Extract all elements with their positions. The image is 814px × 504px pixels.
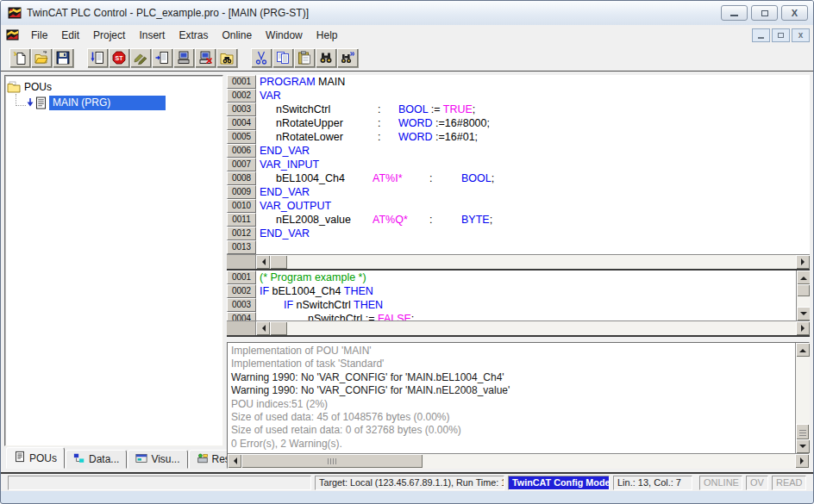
restore-icon <box>761 10 768 16</box>
tab-label: Data... <box>89 453 119 465</box>
pou-tree[interactable]: POUs MAIN (PRG) <box>4 75 223 446</box>
menu-edit[interactable]: Edit <box>54 27 86 44</box>
scroll-left-button[interactable] <box>228 454 241 468</box>
mdi-document-icon[interactable] <box>6 28 19 41</box>
implementation-editor: 0001000200030004 (* Program example *)IF… <box>227 271 810 337</box>
search-in-project-icon <box>220 51 234 65</box>
arrow-right-icon <box>801 258 808 265</box>
line-number-gutter: 0001000200030004 <box>227 271 256 320</box>
message-line[interactable]: 0 Error(s), 2 Warning(s). <box>231 438 792 451</box>
toolbar-group <box>251 48 358 67</box>
save-button[interactable] <box>53 48 73 67</box>
message-line[interactable]: Implementation of POU 'MAIN' <box>231 345 792 358</box>
compile-button[interactable] <box>87 48 108 67</box>
scrollbar-track[interactable] <box>287 321 796 335</box>
scrollbar-thumb[interactable] <box>797 284 810 296</box>
message-line[interactable]: Warning 1990: No 'VAR_CONFIG' for 'MAIN.… <box>231 384 792 397</box>
arrow-down-icon <box>800 312 807 319</box>
new-file-button[interactable] <box>9 48 30 67</box>
mdi-restore-icon <box>778 33 784 38</box>
scroll-down-button[interactable] <box>796 439 810 453</box>
tree-root-pous[interactable]: POUs <box>7 79 221 95</box>
tree-item-main-prg[interactable]: MAIN (PRG) <box>16 95 221 110</box>
implementation-code-area[interactable]: (* Program example *)IF bEL1004_Ch4 THEN… <box>256 271 796 320</box>
scroll-left-button[interactable] <box>256 321 270 335</box>
login-button[interactable] <box>173 48 194 67</box>
scrollbar-track[interactable] <box>423 454 795 468</box>
status-overwrite-indicator: OV <box>746 476 768 490</box>
mdi-minimize-button[interactable] <box>752 28 770 42</box>
status-online-indicator: ONLINE <box>699 476 742 490</box>
debug-pens-button[interactable] <box>130 48 151 67</box>
cut-button[interactable] <box>251 48 272 67</box>
close-button[interactable]: X <box>781 5 808 21</box>
scrollbar-track[interactable] <box>796 357 809 424</box>
scroll-up-button[interactable] <box>796 343 810 357</box>
open-project-button[interactable] <box>31 48 52 67</box>
menu-window[interactable]: Window <box>259 27 310 44</box>
menu-file[interactable]: File <box>24 27 54 44</box>
menu-project[interactable]: Project <box>86 27 132 44</box>
scrollbar-thumb[interactable] <box>796 424 809 439</box>
logout-button[interactable] <box>195 48 216 67</box>
restore-button[interactable] <box>751 5 778 21</box>
scrollbar-track[interactable] <box>287 255 796 269</box>
scroll-left-button[interactable] <box>256 255 270 269</box>
scroll-right-button[interactable] <box>796 321 810 335</box>
message-line[interactable]: POU indices:51 (2%) <box>231 398 792 411</box>
copy-button[interactable] <box>272 48 293 67</box>
client-area: POUs MAIN (PRG) POUsData...Visu...Res...… <box>1 71 813 472</box>
find-next-button[interactable] <box>337 48 358 67</box>
code-line: nEL2008_valueAT%Q*:BYTE; <box>260 213 810 227</box>
stop-st-button[interactable]: ST <box>109 48 129 67</box>
mdi-close-button[interactable]: x <box>792 28 810 42</box>
scrollbar-thumb[interactable] <box>270 255 287 269</box>
arrow-right-icon <box>801 325 808 332</box>
search-in-project-button[interactable] <box>216 48 237 67</box>
line-number: 0002 <box>227 284 256 298</box>
horizontal-scrollbar <box>227 254 810 269</box>
paste-icon <box>297 51 311 65</box>
tab-visu[interactable]: Visu... <box>128 450 187 469</box>
message-line[interactable]: Size of used data: 45 of 1048576 bytes (… <box>231 411 792 424</box>
tab-pous[interactable]: POUs <box>6 447 65 469</box>
line-number: 0009 <box>227 185 256 199</box>
scrollbar-corner <box>227 321 256 335</box>
code-line: VAR_INPUT <box>260 158 810 171</box>
goto-page-button[interactable] <box>152 48 172 67</box>
code-line: PROGRAM MAIN <box>260 75 810 89</box>
window-frame-bottom <box>1 491 813 501</box>
arrow-down-icon <box>799 445 806 451</box>
toolbar: ST <box>1 45 813 71</box>
mdi-close-icon: x <box>798 30 804 40</box>
declaration-code-area[interactable]: PROGRAM MAINVARnSwitchCtrl:BOOL := TRUE;… <box>256 75 810 254</box>
scrollbar-corner <box>227 255 256 269</box>
paste-button[interactable] <box>294 48 315 67</box>
tab-data[interactable]: Data... <box>66 450 127 469</box>
menu-online[interactable]: Online <box>215 27 259 44</box>
find-icon <box>319 51 333 65</box>
message-line[interactable]: Implementation of task 'Standard' <box>231 358 792 370</box>
scrollbar-thumb[interactable] <box>241 454 423 468</box>
scroll-down-button[interactable] <box>797 307 810 320</box>
line-number-gutter: 0001000200030004000500060007000800090010… <box>227 75 256 254</box>
find-button[interactable] <box>316 48 336 67</box>
scroll-right-button[interactable] <box>795 454 809 468</box>
app-window: TwinCAT PLC Control - PLC_example.pro - … <box>0 0 814 504</box>
menu-insert[interactable]: Insert <box>132 27 172 44</box>
message-line[interactable]: Warning 1990: No 'VAR_CONFIG' for 'MAIN.… <box>231 371 792 384</box>
arrow-up-icon <box>800 273 807 280</box>
copy-icon <box>276 51 290 65</box>
project-panel: POUs MAIN (PRG) POUsData...Visu...Res... <box>4 75 223 469</box>
mdi-restore-button[interactable] <box>772 28 790 42</box>
scrollbar-thumb[interactable] <box>270 321 287 335</box>
status-message-field <box>8 476 311 490</box>
scroll-right-button[interactable] <box>796 255 810 269</box>
menu-help[interactable]: Help <box>310 27 345 44</box>
message-line[interactable]: Size of used retain data: 0 of 32768 byt… <box>231 424 792 437</box>
menu-extras[interactable]: Extras <box>172 27 215 44</box>
scroll-up-button[interactable] <box>797 271 810 284</box>
scrollbar-track[interactable] <box>797 296 810 307</box>
compile-icon <box>91 51 104 65</box>
minimize-button[interactable] <box>721 5 748 21</box>
